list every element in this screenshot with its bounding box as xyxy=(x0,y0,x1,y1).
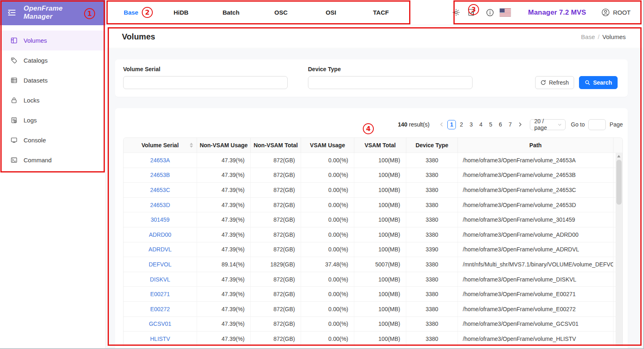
console-icon xyxy=(11,137,17,144)
device-type-input[interactable] xyxy=(308,76,473,89)
vsam-total-cell: 100(MB) xyxy=(354,302,406,316)
volume-serial-link[interactable]: HLISTV xyxy=(150,336,170,342)
breadcrumb-parent[interactable]: Base xyxy=(581,33,595,40)
page-number-4[interactable]: 4 xyxy=(477,120,485,129)
goto-page-input[interactable] xyxy=(588,119,606,130)
refresh-button[interactable]: Refresh xyxy=(535,76,574,89)
volume-serial-link[interactable]: 301459 xyxy=(151,216,170,223)
table-row: 24653C 47.39(%) 872(GB) 0.00(%) 100(MB) … xyxy=(124,182,622,197)
page-number-6[interactable]: 6 xyxy=(496,120,505,129)
volumes-icon xyxy=(11,37,17,44)
sidebar-item-locks[interactable]: Locks xyxy=(0,90,105,110)
page-number-1[interactable]: 1 xyxy=(447,120,456,129)
table-row: E00271 47.39(%) 872(GB) 0.00(%) 100(MB) … xyxy=(124,286,622,301)
info-icon[interactable] xyxy=(486,9,494,17)
breadcrumb-separator: / xyxy=(598,33,599,40)
non-vsam-total-cell: 872(GB) xyxy=(251,302,301,316)
page-number-7[interactable]: 7 xyxy=(506,120,514,129)
vsam-usage-cell: 0.00(%) xyxy=(301,317,354,332)
sidebar-item-label: Catalogs xyxy=(24,57,48,64)
column-header-vsam_total: VSAM Total xyxy=(354,138,406,153)
path-cell: /home/oframe3/OpenFrame/volume_GCSV01 xyxy=(458,317,614,332)
tab-tacf[interactable]: TACF xyxy=(356,9,406,16)
vsam-usage-cell: 0.00(%) xyxy=(301,212,354,227)
sidebar-item-command[interactable]: Command xyxy=(0,150,105,170)
column-header-vsam_usage: VSAM Usage xyxy=(301,138,354,153)
search-button[interactable]: Search xyxy=(579,76,618,89)
non-vsam-usage-cell: 47.39(%) xyxy=(197,168,251,183)
tab-osi[interactable]: OSI xyxy=(306,9,356,16)
device-type-cell: 3380 xyxy=(406,257,458,272)
volume-serial-link[interactable]: 24653B xyxy=(150,172,170,178)
us-flag-language-icon[interactable] xyxy=(500,9,511,16)
vsam-total-cell: 100(MB) xyxy=(354,332,406,346)
tab-batch[interactable]: Batch xyxy=(206,9,256,16)
non-vsam-usage-cell: 89.14(%) xyxy=(197,257,251,272)
vertical-scrollbar[interactable] xyxy=(616,153,622,346)
volume-serial-link[interactable]: E00272 xyxy=(150,306,170,312)
page-number-5[interactable]: 5 xyxy=(486,120,495,129)
command-icon xyxy=(11,157,17,164)
vsam-total-cell: 100(MB) xyxy=(354,272,406,287)
volume-serial-link[interactable]: ADRD00 xyxy=(149,231,171,238)
volumes-table: Volume SerialNon-VSAM UsageNon-VSAM Tota… xyxy=(123,137,623,346)
device-type-cell: 3380 xyxy=(406,198,458,212)
non-vsam-total-cell: 872(GB) xyxy=(251,198,301,212)
non-vsam-total-cell: 1829(GB) xyxy=(251,257,301,272)
tab-osc[interactable]: OSC xyxy=(256,9,306,16)
volume-serial-link[interactable]: E00271 xyxy=(150,291,170,297)
chevron-right-icon[interactable] xyxy=(515,120,525,129)
app-logo: OpenFrame Manager xyxy=(24,4,63,21)
column-header-serial[interactable]: Volume Serial xyxy=(124,138,197,153)
page-size-select[interactable]: 20 / page xyxy=(530,119,566,130)
volume-serial-link[interactable]: 24653D xyxy=(150,202,170,208)
vsam-usage-cell: 0.00(%) xyxy=(301,287,354,301)
table-row: 24653D 47.39(%) 872(GB) 0.00(%) 100(MB) … xyxy=(124,197,622,212)
sidebar-item-catalogs[interactable]: Catalogs xyxy=(0,50,105,70)
settings-gear-icon[interactable] xyxy=(452,9,460,16)
tab-hidb[interactable]: HiDB xyxy=(156,9,206,16)
sidebar-item-logs[interactable]: Logs xyxy=(0,110,105,130)
volume-serial-link[interactable]: GCSV01 xyxy=(149,321,171,327)
volume-serial-link[interactable]: 24653C xyxy=(150,187,170,193)
vsam-total-cell: 100(MB) xyxy=(354,317,406,332)
volume-serial-link[interactable]: DEFVOL xyxy=(149,261,171,268)
column-header-non_vsam_usage: Non-VSAM Usage xyxy=(197,138,251,153)
sidebar-item-volumes[interactable]: Volumes xyxy=(0,31,105,50)
table-row: ADRD00 47.39(%) 872(GB) 0.00(%) 100(MB) … xyxy=(124,227,622,242)
collapse-sidebar-icon[interactable] xyxy=(7,8,16,17)
volume-serial-field: Volume Serial xyxy=(123,66,288,89)
non-vsam-total-cell: 872(GB) xyxy=(251,168,301,183)
tab-base[interactable]: Base xyxy=(106,9,156,16)
device-type-cell: 3380 xyxy=(406,183,458,197)
device-type-cell: 3380 xyxy=(406,212,458,227)
column-header-non_vsam_total: Non-VSAM Total xyxy=(251,138,301,153)
volume-serial-link[interactable]: 24653A xyxy=(150,157,170,164)
scroll-up-icon[interactable] xyxy=(617,155,620,157)
page-number-3[interactable]: 3 xyxy=(467,120,475,129)
vsam-total-cell: 100(MB) xyxy=(354,198,406,212)
sidebar-item-console[interactable]: Console xyxy=(0,130,105,150)
volume-serial-input[interactable] xyxy=(123,76,288,89)
device-type-cell: 3380 xyxy=(406,287,458,301)
non-vsam-total-cell: 872(GB) xyxy=(251,332,301,346)
device-type-cell: 3380 xyxy=(406,168,458,183)
sidebar-item-datasets[interactable]: Datasets xyxy=(0,70,105,90)
device-type-cell: 3380 xyxy=(406,272,458,287)
refresh-icon xyxy=(540,80,546,85)
topbar-right: Manager 7.2 MVS ROOT xyxy=(452,8,644,17)
volume-serial-link[interactable]: DISKVL xyxy=(150,276,170,283)
chevron-left-icon[interactable] xyxy=(437,120,447,129)
sidebar-nav: Volumes Catalogs Datasets Locks Logs Con… xyxy=(0,25,105,170)
result-count: 140 result(s) xyxy=(398,121,429,128)
volume-serial-link[interactable]: ADRDVL xyxy=(149,246,172,253)
user-menu[interactable]: ROOT xyxy=(601,8,631,17)
page-number-2[interactable]: 2 xyxy=(457,120,466,129)
scrollbar-thumb[interactable] xyxy=(616,160,622,205)
audit-log-icon[interactable] xyxy=(467,9,475,16)
column-header-path: Path xyxy=(458,138,614,153)
sort-icon[interactable] xyxy=(190,143,193,148)
logo-bar: OpenFrame Manager xyxy=(0,0,105,25)
vsam-total-cell: 5007(MB) xyxy=(354,257,406,272)
non-vsam-usage-cell: 47.39(%) xyxy=(197,272,251,287)
